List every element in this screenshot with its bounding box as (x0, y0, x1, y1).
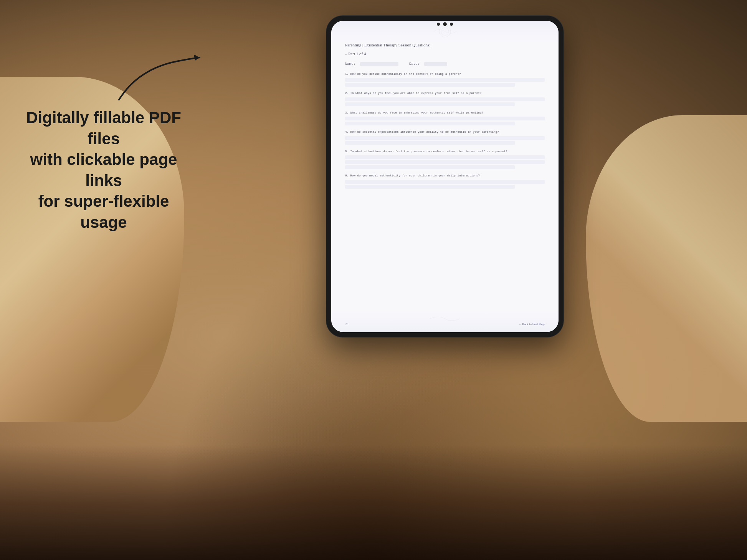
pdf-page-number: 20 (345, 323, 348, 326)
arrow-container (107, 46, 207, 109)
pdf-subtitle: – Part 1 of 4 (345, 51, 545, 56)
promo-line-2: with clickable page links (30, 150, 177, 189)
answer-line-5c[interactable] (345, 165, 515, 169)
curved-arrow-icon (107, 46, 207, 107)
answer-line-3a[interactable] (345, 117, 545, 120)
answer-line-2a[interactable] (345, 97, 545, 101)
answer-line-5a[interactable] (345, 155, 545, 159)
pdf-back-link[interactable]: ← Back to First Page (518, 323, 545, 326)
svg-marker-0 (194, 54, 200, 61)
pdf-name-date-row: Name: Date: (345, 62, 545, 66)
promo-text-content: Digitally fillable PDF files with clicka… (23, 107, 184, 233)
answer-line-1a[interactable] (345, 78, 545, 82)
question-text-1: 1. How do you define authenticity in the… (345, 72, 545, 76)
question-block-6: 6. How do you model authenticity for you… (345, 174, 545, 189)
camera-dot-main (443, 22, 447, 26)
question-text-6: 6. How do you model authenticity for you… (345, 174, 545, 178)
tablet-wrapper: Parenting | Existential Therapy Session … (326, 15, 564, 338)
question-text-3: 3. What challenges do you face in embrac… (345, 111, 545, 115)
left-promo-text: Digitally fillable PDF files with clicka… (23, 107, 184, 233)
name-field[interactable] (360, 62, 398, 66)
answer-line-6b[interactable] (345, 185, 515, 189)
tablet-device: Parenting | Existential Therapy Session … (326, 15, 564, 338)
date-field[interactable] (424, 62, 447, 66)
answer-line-4a[interactable] (345, 136, 545, 140)
question-text-4: 4. How do societal expectations influenc… (345, 130, 545, 134)
pdf-footer: 20 ← Back to First Page (345, 323, 545, 326)
hand-right (586, 115, 747, 422)
answer-line-1b[interactable] (345, 83, 515, 87)
date-label: Date: (409, 62, 420, 66)
answer-line-2b[interactable] (345, 102, 515, 106)
answer-line-6a[interactable] (345, 180, 545, 184)
camera-dot-right (450, 23, 453, 26)
question-block-2: 2. In what ways do you feel you are able… (345, 91, 545, 106)
decorative-bottom (331, 311, 559, 332)
question-text-5: 5. In what situations do you feel the pr… (345, 150, 545, 154)
promo-line-1: Digitally fillable PDF files (26, 109, 181, 148)
question-block-3: 3. What challenges do you face in embrac… (345, 111, 545, 126)
dark-bottom-overlay (0, 445, 747, 560)
answer-line-5b[interactable] (345, 160, 545, 164)
promo-line-3: for super-flexible usage (38, 192, 169, 231)
tablet-camera-bar (437, 22, 453, 26)
name-label: Name: (345, 62, 355, 66)
question-block-5: 5. In what situations do you feel the pr… (345, 150, 545, 170)
tablet-screen: Parenting | Existential Therapy Session … (331, 21, 559, 332)
answer-line-3b[interactable] (345, 122, 515, 125)
question-block-4: 4. How do societal expectations influenc… (345, 130, 545, 145)
question-text-2: 2. In what ways do you feel you are able… (345, 91, 545, 96)
answer-line-4b[interactable] (345, 141, 515, 145)
question-block-1: 1. How do you define authenticity in the… (345, 72, 545, 87)
pdf-title: Parenting | Existential Therapy Session … (345, 42, 545, 48)
camera-dot-left (437, 23, 440, 26)
pdf-content: Parenting | Existential Therapy Session … (331, 42, 559, 189)
